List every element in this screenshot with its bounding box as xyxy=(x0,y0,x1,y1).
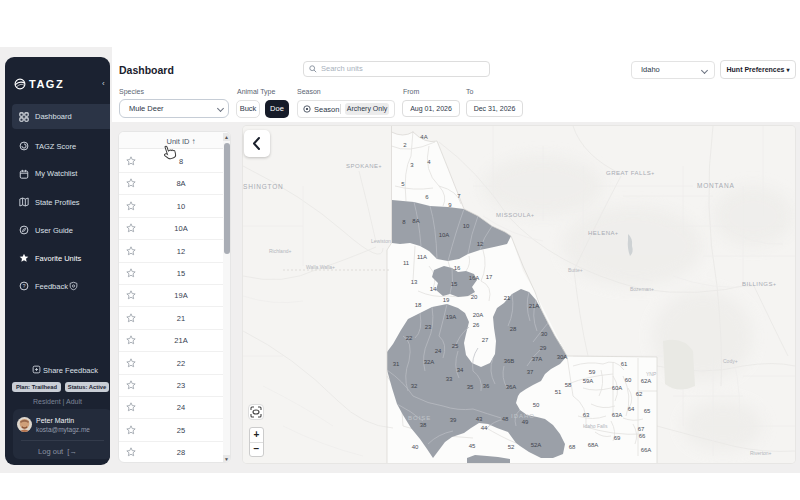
svg-text:GREAT FALLS+: GREAT FALLS+ xyxy=(606,170,655,176)
svg-text:30A: 30A xyxy=(557,354,568,360)
svg-text:10: 10 xyxy=(463,223,470,229)
svg-text:39: 39 xyxy=(450,417,457,423)
svg-text:20A: 20A xyxy=(473,312,484,318)
svg-text:22: 22 xyxy=(406,335,413,341)
svg-text:28: 28 xyxy=(510,326,517,332)
svg-text:59: 59 xyxy=(589,369,596,375)
svg-text:37: 37 xyxy=(527,369,534,375)
svg-text:Walla Walla+: Walla Walla+ xyxy=(306,264,335,270)
svg-text:58: 58 xyxy=(565,382,572,388)
svg-text:61: 61 xyxy=(621,361,628,367)
svg-text:65: 65 xyxy=(644,408,651,414)
svg-text:66A: 66A xyxy=(641,447,652,453)
svg-text:40: 40 xyxy=(412,444,419,450)
svg-text:24: 24 xyxy=(435,348,442,354)
svg-text:69: 69 xyxy=(614,435,621,441)
svg-text:62A: 62A xyxy=(641,378,652,384)
svg-text:20: 20 xyxy=(471,294,478,300)
svg-text:51: 51 xyxy=(555,389,562,395)
svg-text:29: 29 xyxy=(540,345,547,351)
svg-text:64: 64 xyxy=(628,406,635,412)
svg-text:52A: 52A xyxy=(531,442,542,448)
svg-text:63A: 63A xyxy=(612,412,623,418)
svg-text:8A: 8A xyxy=(412,218,419,224)
svg-text:21A: 21A xyxy=(529,303,540,309)
svg-text:Bozeman+: Bozeman+ xyxy=(630,286,654,292)
svg-text:67: 67 xyxy=(638,426,645,432)
svg-text:36: 36 xyxy=(483,383,490,389)
svg-text:Richland+: Richland+ xyxy=(269,248,291,254)
svg-text:15: 15 xyxy=(451,281,458,287)
svg-text:50: 50 xyxy=(533,402,540,408)
svg-text:34: 34 xyxy=(457,367,464,373)
svg-text:25: 25 xyxy=(452,343,459,349)
svg-text:43: 43 xyxy=(476,416,483,422)
svg-text:MONTANA: MONTANA xyxy=(697,182,735,189)
svg-text:60A: 60A xyxy=(612,385,623,391)
svg-text:48: 48 xyxy=(502,416,509,422)
svg-text:16: 16 xyxy=(454,265,461,271)
svg-text:4A: 4A xyxy=(420,134,427,140)
svg-text:18: 18 xyxy=(415,302,422,308)
svg-text:66: 66 xyxy=(639,433,646,439)
svg-text:45: 45 xyxy=(469,443,476,449)
svg-text:35: 35 xyxy=(467,384,474,390)
svg-text:23: 23 xyxy=(425,324,432,330)
svg-text:31: 31 xyxy=(393,361,400,367)
svg-text:59A: 59A xyxy=(583,378,594,384)
svg-text:Idaho Falls: Idaho Falls xyxy=(583,423,608,429)
svg-text:32A: 32A xyxy=(424,359,435,365)
svg-text:19A: 19A xyxy=(446,314,457,320)
svg-text:?: ? xyxy=(22,283,25,289)
svg-text:13: 13 xyxy=(411,279,418,285)
svg-text:36B: 36B xyxy=(504,358,515,364)
svg-text:11A: 11A xyxy=(417,254,427,260)
svg-text:21: 21 xyxy=(504,295,511,301)
svg-text:36A: 36A xyxy=(506,384,517,390)
svg-text:37A: 37A xyxy=(532,356,543,362)
svg-text:SPOKANE+: SPOKANE+ xyxy=(346,163,382,169)
svg-text:52: 52 xyxy=(508,444,515,450)
svg-text:68A: 68A xyxy=(588,442,599,448)
svg-text:44: 44 xyxy=(481,425,488,431)
svg-text:49: 49 xyxy=(522,419,529,425)
svg-text:68: 68 xyxy=(569,444,576,450)
svg-text:12: 12 xyxy=(477,241,484,247)
svg-text:17: 17 xyxy=(486,274,493,280)
svg-text:14: 14 xyxy=(430,286,437,292)
svg-text:16A: 16A xyxy=(469,275,480,281)
svg-text:38: 38 xyxy=(420,422,427,428)
svg-text:HELENA+: HELENA+ xyxy=(588,230,618,236)
svg-text:60: 60 xyxy=(625,377,632,383)
svg-text:63: 63 xyxy=(583,412,590,418)
svg-text:62: 62 xyxy=(636,391,643,397)
svg-text:SHINGTON: SHINGTON xyxy=(243,183,284,190)
svg-text:32: 32 xyxy=(411,383,418,389)
svg-text:BILLINGS+: BILLINGS+ xyxy=(742,281,776,287)
svg-text:10A: 10A xyxy=(439,232,450,238)
svg-text:Lewiston: Lewiston xyxy=(371,238,391,244)
svg-text:MISSOULA+: MISSOULA+ xyxy=(496,212,534,218)
svg-text:BOISE: BOISE xyxy=(408,415,431,421)
svg-text:11: 11 xyxy=(403,260,410,266)
svg-text:Cody+: Cody+ xyxy=(723,358,738,364)
svg-text:27: 27 xyxy=(482,337,489,343)
svg-text:19: 19 xyxy=(443,297,450,303)
svg-text:30: 30 xyxy=(541,331,548,337)
svg-text:26: 26 xyxy=(473,322,480,328)
svg-text:Riverton+: Riverton+ xyxy=(750,450,772,456)
svg-text:Butte+: Butte+ xyxy=(568,267,583,273)
svg-text:YNP: YNP xyxy=(646,371,657,377)
svg-text:33: 33 xyxy=(446,376,453,382)
